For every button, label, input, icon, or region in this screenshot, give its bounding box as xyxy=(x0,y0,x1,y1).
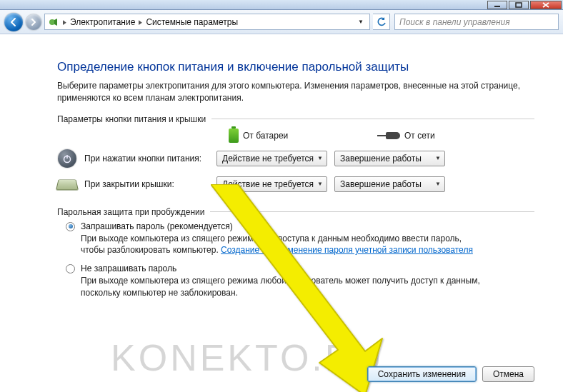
combo-lid-battery[interactable]: Действие не требуется▼ xyxy=(216,176,327,192)
save-button[interactable]: Сохранить изменения xyxy=(367,366,477,382)
svg-rect-1 xyxy=(516,3,522,7)
breadcrumb-item-2[interactable]: Системные параметры xyxy=(146,17,238,27)
chevron-down-icon: ▼ xyxy=(317,155,323,161)
search-placeholder: Поиск в панели управления xyxy=(399,17,510,27)
battery-icon xyxy=(229,129,239,143)
chevron-right-icon: ▶ xyxy=(139,19,142,26)
row-power-label: При нажатии кнопки питания: xyxy=(84,154,209,164)
radio-require-password[interactable] xyxy=(66,222,75,231)
window-titlebar xyxy=(0,0,563,10)
back-button[interactable] xyxy=(4,13,23,31)
content-pane: Определение кнопок питания и включение п… xyxy=(0,34,563,392)
page-title: Определение кнопок питания и включение п… xyxy=(57,60,534,74)
link-create-change-password[interactable]: Создание или изменение пароля учетной за… xyxy=(221,245,473,255)
laptop-lid-icon xyxy=(56,179,79,190)
close-button[interactable] xyxy=(530,1,562,9)
power-options-icon xyxy=(48,17,59,27)
radio-no-password[interactable] xyxy=(66,264,75,273)
section-buttons-lid-header: Параметры кнопки питания и крышки xyxy=(57,114,534,124)
plug-icon xyxy=(386,132,400,139)
maximize-button[interactable] xyxy=(509,1,529,9)
column-headers: От батареи От сети xyxy=(57,129,534,143)
combo-power-plugged[interactable]: Завершение работы▼ xyxy=(334,151,445,166)
page-intro: Выберите параметры электропитания для эт… xyxy=(57,80,534,104)
watermark: KONEKTO.RU xyxy=(111,336,384,379)
radio-no-password-desc: При выходе компьютера из спящего режима … xyxy=(81,275,481,299)
address-dropdown[interactable]: ▼ xyxy=(355,19,367,25)
minimize-button[interactable] xyxy=(487,1,507,9)
row-lid-close: При закрытии крышки: Действие не требует… xyxy=(57,174,534,194)
radio-require-password-label: Запрашивать пароль (рекомендуется) xyxy=(81,221,233,231)
search-input[interactable]: Поиск в панели управления xyxy=(394,14,559,30)
row-power-button: При нажатии кнопки питания: Действие не … xyxy=(57,149,534,169)
section-password-header: Парольная защита при пробуждении xyxy=(57,207,534,217)
svg-point-2 xyxy=(49,19,55,25)
radio-require-password-desc: При выходе компьютера из спящего режима … xyxy=(81,233,481,257)
col-battery-label: От батареи xyxy=(243,131,288,141)
chevron-right-icon: ▶ xyxy=(63,19,66,26)
button-row: Сохранить изменения Отмена xyxy=(367,366,534,382)
chevron-down-icon: ▼ xyxy=(435,155,441,161)
power-button-icon xyxy=(58,149,76,168)
breadcrumb-item-1[interactable]: Электропитание xyxy=(70,17,135,27)
refresh-button[interactable] xyxy=(373,14,390,30)
address-bar[interactable]: ▶ Электропитание ▶ Системные параметры ▼ xyxy=(44,14,370,30)
radio-no-password-label: Не запрашивать пароль xyxy=(81,263,176,273)
cancel-button[interactable]: Отмена xyxy=(482,366,534,382)
col-plugged-label: От сети xyxy=(404,131,435,141)
chevron-down-icon: ▼ xyxy=(435,181,441,187)
svg-rect-0 xyxy=(494,6,500,7)
forward-button[interactable] xyxy=(26,14,41,30)
chevron-down-icon: ▼ xyxy=(317,181,323,187)
row-lid-label: При закрытии крышки: xyxy=(84,179,209,189)
combo-power-battery[interactable]: Действие не требуется▼ xyxy=(216,151,327,166)
combo-lid-plugged[interactable]: Завершение работы▼ xyxy=(334,176,445,192)
nav-toolbar: ▶ Электропитание ▶ Системные параметры ▼… xyxy=(0,10,563,34)
